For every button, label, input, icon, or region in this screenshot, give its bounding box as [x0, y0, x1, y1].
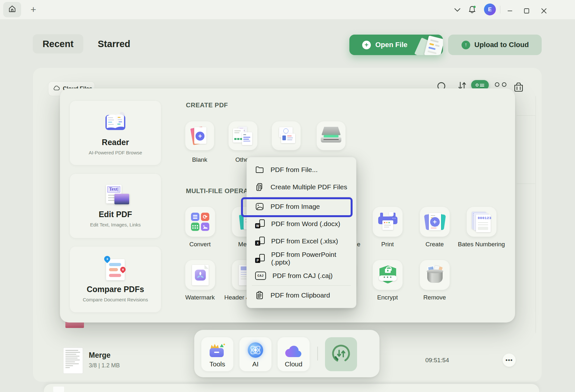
menu-item-pdf-from-caj[interactable]: CAJ PDF from CAJ (.caj) — [247, 267, 356, 284]
menu-item-label: PDF from Image — [271, 203, 320, 210]
menu-item-create-multiple[interactable]: Create Multiple PDF Files — [247, 178, 356, 196]
tab-recent[interactable]: Recent — [33, 34, 83, 53]
create-tile[interactable]: + — [420, 207, 450, 237]
edit-pdf-card[interactable]: Text| Edit PDF Edit Text, Images, Links — [70, 174, 161, 238]
multiple-files-icon — [255, 183, 264, 192]
remove-trash-icon — [425, 265, 445, 285]
clipboard-icon — [255, 291, 264, 300]
reader-title: Reader — [102, 138, 129, 147]
merge-row-title[interactable]: Merge — [89, 351, 111, 360]
dock-sync-button[interactable] — [325, 337, 357, 371]
menu-item-pdf-from-image[interactable]: PDF from Image — [247, 198, 356, 215]
menu-item-pdf-from-clipboard[interactable]: PDF from Clipboard — [247, 287, 356, 304]
remove-tile[interactable] — [420, 260, 450, 290]
close-button[interactable] — [539, 6, 549, 16]
dock-tools-button[interactable]: Tools — [201, 337, 233, 371]
reader-subtitle: AI-Powered PDF Browse — [89, 150, 142, 155]
home-tab[interactable] — [3, 2, 21, 17]
merge-file-thumbnail[interactable] — [63, 347, 83, 374]
encrypt-label: Encrypt — [377, 294, 398, 301]
create-icon: + — [425, 212, 445, 232]
create-label: Create — [425, 241, 444, 248]
menu-item-pdf-from-powerpoint[interactable]: P PDF from PowerPoint (.pptx) — [247, 250, 356, 267]
edit-pdf-subtitle: Edit Text, Images, Links — [90, 222, 141, 227]
convert-tile[interactable]: ⟳ — [185, 207, 215, 237]
upload-label: Upload to Cloud — [474, 41, 529, 49]
tab-recent-label: Recent — [43, 39, 74, 49]
minimize-button[interactable] — [505, 6, 515, 16]
group-view-icon[interactable] — [495, 82, 506, 87]
notification-bell-icon[interactable] — [467, 5, 477, 15]
merge-row-time: 09:51:54 — [425, 357, 449, 364]
convert-label: Convert — [189, 241, 211, 248]
encrypt-tile[interactable]: * * * — [373, 260, 403, 290]
print-tile[interactable] — [373, 207, 403, 237]
blank-icon: + — [190, 127, 209, 145]
excel-icon: X — [255, 237, 265, 246]
create-pdf-context-menu: PDF from File... Create Multiple PDF Fil… — [246, 157, 356, 308]
print-icon — [378, 213, 397, 231]
reader-card[interactable]: Reader AI-Powered PDF Browse — [70, 101, 161, 165]
compare-pdfs-icon: + × — [104, 257, 127, 281]
bates-tile[interactable]: 000123 — [467, 207, 496, 237]
bates-numbering-icon: 000123 — [472, 212, 492, 232]
avatar[interactable]: E — [484, 4, 496, 15]
id-card-icon — [277, 127, 296, 144]
create-other-tile[interactable] — [229, 121, 257, 150]
home-icon — [8, 5, 16, 14]
convert-icon: ⟳ — [191, 213, 209, 231]
upload-to-cloud-button[interactable]: ↑ Upload to Cloud — [448, 35, 542, 55]
menu-item-label: PDF from Clipboard — [271, 291, 330, 299]
maximize-button[interactable] — [522, 6, 531, 16]
dock-cloud-button[interactable]: Cloud — [278, 337, 310, 371]
create-pdf-heading: CREATE PDF — [186, 102, 228, 109]
watermark-tile[interactable] — [185, 260, 215, 290]
folder-icon — [255, 165, 264, 174]
more-button[interactable]: ••• — [503, 354, 516, 367]
bag-icon[interactable] — [512, 81, 524, 95]
create-scanner-tile[interactable] — [317, 121, 346, 150]
merge-row-meta: 3/8 | 1.2 MB — [89, 362, 120, 369]
open-file-label: Open File — [375, 41, 407, 49]
list-view-lines — [480, 84, 484, 86]
menu-item-label: PDF from Excel (.xlsx) — [271, 237, 338, 245]
menu-separator — [252, 285, 351, 286]
menu-item-label: PDF from File... — [271, 166, 318, 174]
word-icon: W — [255, 219, 265, 228]
encrypt-shield-icon: * * * — [378, 265, 398, 285]
row-divider — [517, 184, 535, 184]
bates-label: Bates Numbering — [458, 241, 505, 248]
menu-item-pdf-from-word[interactable]: W PDF from Word (.docx) — [247, 215, 356, 233]
bottom-dock: Tools AI Cloud — [194, 330, 379, 377]
watermark-icon — [192, 265, 209, 285]
open-file-button[interactable]: + Open File — [349, 35, 443, 55]
menu-item-label: PDF from CAJ (.caj) — [272, 272, 333, 280]
reader-book-icon — [103, 111, 128, 134]
image-icon — [255, 202, 264, 211]
titlebar: + E — [0, 0, 575, 19]
blank-label: Blank — [192, 156, 207, 163]
tools-icon — [210, 344, 225, 358]
menu-item-pdf-from-excel[interactable]: X PDF from Excel (.xlsx) — [247, 233, 356, 250]
print-label: Print — [381, 241, 394, 248]
new-tab-button[interactable]: + — [27, 3, 40, 16]
create-blank-tile[interactable]: + — [185, 121, 214, 150]
dock-tools-label: Tools — [209, 360, 225, 368]
ai-icon — [248, 342, 263, 358]
menu-item-label: PDF from PowerPoint (.pptx) — [271, 251, 356, 266]
remove-label: Remove — [423, 294, 446, 301]
compare-pdfs-card[interactable]: + × Compare PDFs Compare Document Revisi… — [70, 247, 161, 312]
dock-ai-label: AI — [252, 360, 259, 368]
menu-item-label: PDF from Word (.docx) — [271, 220, 340, 228]
dock-ai-button[interactable]: AI — [239, 337, 271, 371]
other-documents-icon — [233, 127, 253, 145]
edit-pdf-title: Edit PDF — [99, 210, 132, 219]
compare-pdfs-subtitle: Compare Document Revisions — [83, 297, 148, 302]
create-id-tile[interactable] — [272, 121, 301, 150]
powerpoint-icon: P — [255, 254, 265, 263]
edit-pdf-icon: Text| — [102, 185, 129, 206]
chevron-down-icon[interactable] — [453, 5, 462, 15]
tab-starred[interactable]: Starred — [98, 34, 130, 53]
upload-arrow-icon: ↑ — [462, 41, 470, 49]
menu-item-pdf-from-file[interactable]: PDF from File... — [247, 161, 356, 178]
